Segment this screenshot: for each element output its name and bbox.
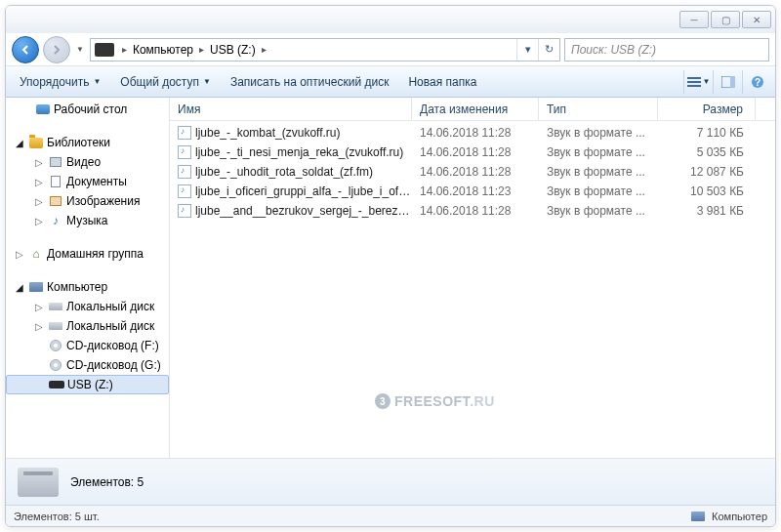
svg-rect-0 (687, 77, 701, 79)
sidebar-item-desktop[interactable]: Рабочий стол (6, 100, 169, 119)
sidebar-item-video[interactable]: ▷ Видео (6, 152, 169, 172)
desktop-icon (36, 104, 50, 114)
audio-file-icon (178, 204, 191, 218)
breadcrumb-segment[interactable]: USB (Z:) (208, 43, 258, 57)
svg-text:?: ? (754, 77, 760, 88)
expand-icon[interactable]: ▷ (35, 177, 45, 187)
expand-icon[interactable]: ▷ (16, 249, 25, 260)
status-bar: Элементов: 5 шт. Компьютер (6, 505, 775, 526)
file-row[interactable]: ljube_-_uhodit_rota_soldat_(zf.fm)14.06.… (170, 162, 775, 182)
file-type: Звук в формате ... (539, 204, 658, 218)
computer-icon (29, 282, 43, 292)
details-pane: Элементов: 5 (6, 458, 775, 505)
file-date: 14.06.2018 11:28 (412, 145, 539, 159)
audio-file-icon (178, 184, 191, 198)
file-type: Звук в формате ... (539, 145, 658, 159)
expand-icon[interactable]: ◢ (16, 282, 25, 293)
status-location: Компьютер (712, 511, 767, 522)
search-input[interactable]: Поиск: USB (Z:) (564, 38, 769, 61)
file-name: ljube_-_ti_nesi_menja_reka_(zvukoff.ru) (195, 145, 403, 159)
toolbar: Упорядочить▼ Общий доступ▼ Записать на о… (6, 66, 775, 98)
help-button[interactable]: ? (742, 70, 771, 94)
document-icon (51, 176, 61, 187)
chevron-right-icon: ▸ (195, 44, 208, 55)
sidebar-item-music[interactable]: ▷ ♪ Музыка (6, 211, 169, 230)
file-size: 10 503 КБ (658, 184, 756, 198)
sidebar-item-pictures[interactable]: ▷ Изображения (6, 191, 169, 211)
pictures-icon (50, 196, 62, 206)
column-header-date[interactable]: Дата изменения (412, 98, 539, 120)
status-item-count: Элементов: 5 шт. (14, 511, 100, 522)
file-name: ljube_i_oficeri_gruppi_alfa_-_ljube_i_of… (195, 184, 412, 198)
share-menu[interactable]: Общий доступ▼ (110, 66, 221, 97)
libraries-icon (29, 138, 43, 148)
titlebar: ─ ▢ ✕ (6, 6, 775, 33)
address-dropdown[interactable]: ▾ (516, 39, 538, 61)
cd-icon (50, 340, 62, 351)
video-icon (50, 157, 62, 167)
svg-rect-1 (687, 81, 701, 83)
chevron-right-icon: ▸ (258, 44, 270, 55)
close-button[interactable]: ✕ (742, 11, 771, 28)
column-header-size[interactable]: Размер (658, 98, 756, 120)
file-name: ljube_-_uhodit_rota_soldat_(zf.fm) (195, 165, 373, 179)
forward-button[interactable] (43, 36, 70, 63)
file-date: 14.06.2018 11:28 (412, 165, 539, 179)
file-row[interactable]: ljube_i_oficeri_gruppi_alfa_-_ljube_i_of… (170, 182, 775, 201)
file-date: 14.06.2018 11:23 (412, 184, 539, 198)
preview-pane-button[interactable] (713, 70, 742, 94)
sidebar-item-cd-drive[interactable]: ▷ CD-дисковод (F:) (6, 336, 169, 355)
column-header-name[interactable]: Имя (170, 98, 412, 120)
sidebar-item-local-disk[interactable]: ▷ Локальный диск (6, 316, 169, 336)
column-headers: Имя Дата изменения Тип Размер (170, 98, 775, 121)
chevron-right-icon: ▸ (118, 44, 131, 55)
burn-button[interactable]: Записать на оптический диск (221, 66, 399, 97)
svg-rect-2 (687, 85, 701, 87)
expand-icon[interactable]: ▷ (35, 302, 45, 312)
file-name: ljube_-_kombat_(zvukoff.ru) (195, 126, 341, 140)
cd-icon (50, 359, 62, 371)
expand-icon[interactable]: ▷ (35, 157, 45, 168)
maximize-button[interactable]: ▢ (711, 11, 740, 28)
expand-icon[interactable]: ◢ (16, 138, 25, 148)
refresh-button[interactable]: ↻ (538, 39, 559, 61)
audio-file-icon (178, 126, 191, 140)
history-dropdown[interactable]: ▼ (74, 45, 86, 54)
new-folder-button[interactable]: Новая папка (398, 66, 486, 97)
sidebar-item-documents[interactable]: ▷ Документы (6, 172, 169, 191)
navigation-pane: Рабочий стол ◢ Библиотеки ▷ Видео ▷ Доку… (6, 98, 170, 458)
sidebar-item-usb[interactable]: ▷ USB (Z:) (6, 375, 169, 394)
file-size: 3 981 КБ (658, 204, 756, 218)
search-placeholder: Поиск: USB (Z:) (571, 43, 656, 57)
file-list-pane: Имя Дата изменения Тип Размер ljube_-_ko… (170, 98, 775, 458)
breadcrumb-segment[interactable]: Компьютер (131, 43, 195, 57)
sidebar-item-libraries[interactable]: ◢ Библиотеки (6, 133, 169, 152)
usb-drive-icon (95, 43, 114, 57)
homegroup-icon: ⌂ (28, 247, 44, 261)
file-size: 7 110 КБ (658, 126, 756, 140)
file-type: Звук в формате ... (539, 126, 658, 140)
address-bar[interactable]: ▸ Компьютер ▸ USB (Z:) ▸ ▾ ↻ (90, 38, 560, 61)
expand-icon[interactable]: ▷ (35, 196, 45, 207)
sidebar-item-local-disk[interactable]: ▷ Локальный диск (6, 297, 169, 316)
nav-bar: ▼ ▸ Компьютер ▸ USB (Z:) ▸ ▾ ↻ Поиск: US… (6, 33, 775, 66)
file-row[interactable]: ljube_-_kombat_(zvukoff.ru)14.06.2018 11… (170, 123, 775, 143)
expand-icon[interactable]: ▷ (35, 216, 45, 226)
explorer-window: ─ ▢ ✕ ▼ ▸ Компьютер ▸ USB (Z:) ▸ ▾ ↻ Пои… (5, 5, 776, 527)
expand-icon[interactable]: ▷ (35, 321, 45, 332)
audio-file-icon (178, 145, 191, 159)
view-options-button[interactable]: ▼ (683, 70, 713, 94)
sidebar-item-cd-drive[interactable]: ▷ CD-дисковод (G:) (6, 355, 169, 375)
column-header-type[interactable]: Тип (539, 98, 658, 120)
back-button[interactable] (12, 36, 39, 63)
file-size: 5 035 КБ (658, 145, 756, 159)
organize-menu[interactable]: Упорядочить▼ (10, 66, 110, 97)
file-type: Звук в формате ... (539, 165, 658, 179)
minimize-button[interactable]: ─ (679, 11, 709, 28)
file-row[interactable]: ljube__and__bezrukov_sergej_-_berezi_(zv… (170, 201, 775, 221)
sidebar-item-homegroup[interactable]: ▷ ⌂ Домашняя группа (6, 244, 169, 264)
audio-file-icon (178, 165, 191, 179)
file-row[interactable]: ljube_-_ti_nesi_menja_reka_(zvukoff.ru)1… (170, 143, 775, 162)
watermark: 3 FREESOFT.RU (375, 393, 495, 409)
sidebar-item-computer[interactable]: ◢ Компьютер (6, 277, 169, 297)
